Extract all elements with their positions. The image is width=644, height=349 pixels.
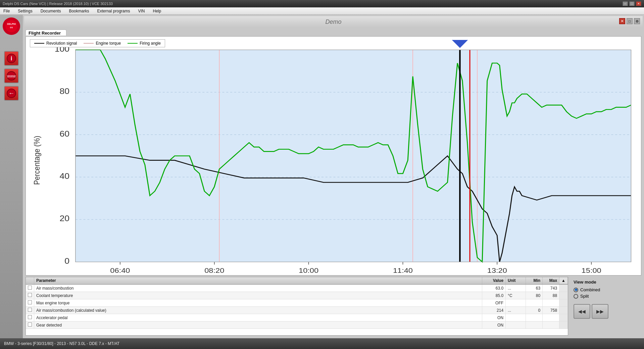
row-max <box>543 321 559 329</box>
svg-text:DS: DS <box>10 27 13 29</box>
sidebar: DELPHI DS i www ← <box>0 15 23 338</box>
svg-text:06:40: 06:40 <box>110 267 130 275</box>
svg-text:60: 60 <box>59 129 69 138</box>
menu-documents[interactable]: Documents <box>39 8 63 14</box>
param-checkbox[interactable] <box>28 300 32 304</box>
radio-combined-fill <box>575 289 577 291</box>
status-text: BMW - 3-series [F30/31/80] - 2013 - N57 … <box>4 341 119 346</box>
combined-label: Combined <box>580 287 600 292</box>
web-button[interactable]: www <box>4 68 19 83</box>
view-mode-options: Combined Split <box>574 287 639 299</box>
radio-split-dot <box>574 294 578 299</box>
param-checkbox[interactable] <box>28 315 32 319</box>
row-unit <box>506 299 526 307</box>
col-parameter: Parameter <box>34 277 482 284</box>
restore-icon[interactable]: □ <box>627 18 633 24</box>
menu-settings[interactable]: Settings <box>16 8 34 14</box>
scrollbar-cell <box>559 299 568 307</box>
maximize-button[interactable]: □ <box>629 1 635 6</box>
svg-text:www: www <box>7 74 16 79</box>
back-button[interactable]: ← <box>4 86 19 101</box>
menu-external-programs[interactable]: External programs <box>95 8 132 14</box>
row-param: Max engine torque <box>34 299 482 307</box>
row-value: ON <box>482 314 506 321</box>
prev-icon: ◀◀ <box>578 309 586 314</box>
row-checkbox-cell[interactable] <box>26 321 34 329</box>
row-checkbox-cell[interactable] <box>26 284 34 292</box>
status-bar: BMW - 3-series [F30/31/80] - 2013 - N57 … <box>0 338 644 349</box>
row-value: 214 <box>482 307 506 314</box>
row-checkbox-cell[interactable] <box>26 307 34 314</box>
navigation-buttons: ◀◀ ▶▶ <box>574 304 639 319</box>
row-min: 63 <box>526 284 543 292</box>
param-checkbox[interactable] <box>28 308 32 312</box>
menu-help[interactable]: Help <box>151 8 163 14</box>
prev-button[interactable]: ◀◀ <box>574 304 590 319</box>
svg-text:15:00: 15:00 <box>582 267 601 275</box>
bottom-panel: Parameter Value Unit Min Max ▲ Air mass/… <box>26 277 641 336</box>
row-max: 88 <box>543 292 559 299</box>
table-body: Air mass/combustion 63.0 ... 63 743 Cool… <box>26 284 568 329</box>
param-checkbox[interactable] <box>28 322 32 327</box>
scrollbar-cell <box>559 321 568 329</box>
param-checkbox[interactable] <box>28 286 32 290</box>
row-value: 85.0 <box>482 292 506 299</box>
title-bar-controls: ─ □ ✕ <box>623 1 641 6</box>
row-unit: ... <box>506 307 526 314</box>
menu-vin[interactable]: VIN <box>136 8 147 14</box>
row-unit: ... <box>506 284 526 292</box>
row-checkbox-cell[interactable] <box>26 292 34 299</box>
svg-text:40: 40 <box>59 171 69 180</box>
info-button[interactable]: i <box>4 51 19 66</box>
svg-text:13:20: 13:20 <box>487 267 507 275</box>
row-min <box>526 321 543 329</box>
scrollbar-cell <box>559 284 568 292</box>
svg-text:i: i <box>10 55 12 62</box>
legend-revolution-signal: Revolution signal <box>34 41 77 46</box>
legend-firing-angle: Firing angle <box>128 41 161 46</box>
svg-point-1 <box>5 20 17 32</box>
split-label: Split <box>580 294 589 299</box>
window-controls: ✕ □ ⚙ <box>619 18 640 24</box>
chart-legend: Revolution signal Engine torque Firing a… <box>30 39 165 47</box>
main-area: DELPHI DS i www ← Demo <box>0 15 644 338</box>
row-unit <box>506 321 526 329</box>
content-area: Demo ✕ □ ⚙ Flight Recorder Revolution si… <box>23 15 644 338</box>
svg-text:11:40: 11:40 <box>393 267 413 275</box>
row-unit: °C <box>506 292 526 299</box>
col-value: Value <box>482 277 506 284</box>
close-button[interactable]: ✕ <box>636 1 641 6</box>
row-param: Accelerator pedal <box>34 314 482 321</box>
view-mode-panel: View mode Combined Split <box>571 277 641 336</box>
row-param: Coolant temperature <box>34 292 482 299</box>
menu-file[interactable]: File <box>1 8 12 14</box>
param-checkbox[interactable] <box>28 293 32 297</box>
row-value: 63.0 <box>482 284 506 292</box>
row-unit <box>506 314 526 321</box>
col-min: Min <box>526 277 543 284</box>
menu-bookmarks[interactable]: Bookmarks <box>67 8 91 14</box>
svg-text:10:00: 10:00 <box>299 267 318 275</box>
col-checkbox <box>26 277 34 284</box>
demo-header: Demo ✕ □ ⚙ <box>24 16 643 28</box>
view-mode-combined[interactable]: Combined <box>574 287 639 292</box>
view-mode-split[interactable]: Split <box>574 294 639 299</box>
row-value: ON <box>482 321 506 329</box>
svg-marker-42 <box>452 40 467 48</box>
table-row: Coolant temperature 85.0 °C 80 88 <box>26 292 568 299</box>
svg-text:DELPHI: DELPHI <box>7 23 16 25</box>
row-checkbox-cell[interactable] <box>26 314 34 321</box>
close-icon-red[interactable]: ✕ <box>619 18 625 24</box>
settings-icon[interactable]: ⚙ <box>634 18 640 24</box>
next-button[interactable]: ▶▶ <box>592 304 608 319</box>
row-max <box>543 299 559 307</box>
chart-area[interactable]: Revolution signal Engine torque Firing a… <box>26 36 641 276</box>
row-checkbox-cell[interactable] <box>26 299 34 307</box>
svg-text:0: 0 <box>64 256 69 265</box>
data-table: Parameter Value Unit Min Max ▲ Air mass/… <box>26 277 568 336</box>
title-bar-title: Delphi DS Cars (New VCI) | Release 2018 … <box>3 2 623 6</box>
row-param: Air mass/combustion <box>34 284 482 292</box>
svg-text:08:20: 08:20 <box>204 267 224 275</box>
minimize-button[interactable]: ─ <box>623 1 628 6</box>
row-min: 80 <box>526 292 543 299</box>
